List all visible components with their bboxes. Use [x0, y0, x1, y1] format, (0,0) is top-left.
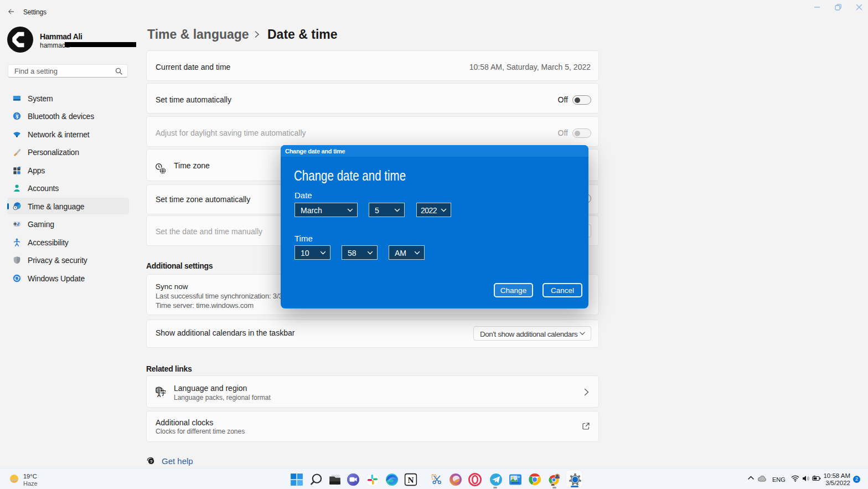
svg-text:N: N	[408, 475, 414, 485]
svg-text:?: ?	[150, 459, 153, 464]
svg-text:A: A	[157, 392, 161, 398]
